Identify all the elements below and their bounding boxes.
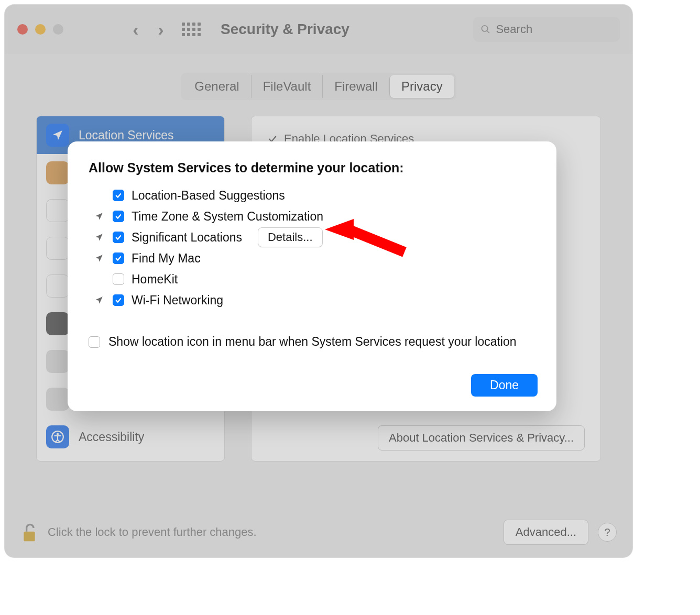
svg-rect-4 [24,532,35,542]
checkbox-find-my-mac[interactable] [113,252,124,264]
tab-filevault[interactable]: FileVault [251,75,323,98]
photos-icon [46,274,69,298]
traffic-lights [17,24,63,35]
microphone-icon [46,350,69,373]
lock-open-icon[interactable] [20,522,38,543]
contacts-icon [46,161,69,184]
service-row: Wi-Fi Networking [93,290,535,311]
service-row: Find My Mac [93,248,535,269]
show-icon-row: Show location icon in menu bar when Syst… [89,335,535,349]
tab-general[interactable]: General [183,75,250,98]
details-button[interactable]: Details... [258,227,323,247]
checkbox-homekit[interactable] [113,273,124,285]
checkbox-wifi-networking[interactable] [113,294,124,306]
recent-location-icon [93,212,105,221]
recent-location-icon [93,295,105,305]
service-row: Location-Based Suggestions [93,185,535,206]
svg-line-1 [487,30,489,33]
minimize-window-button[interactable] [35,24,46,35]
sidebar-item-accessibility[interactable]: Accessibility [37,418,224,456]
checkbox-time-zone[interactable] [113,211,124,222]
recent-location-icon [93,233,105,242]
service-row: HomeKit [93,269,535,290]
svg-point-3 [57,433,59,435]
sidebar-item-label: Accessibility [79,430,144,444]
service-label: Wi-Fi Networking [132,293,223,308]
lock-hint-text: Click the lock to prevent further change… [48,525,257,539]
speech-recognition-icon [46,388,69,411]
service-row: Significant Locations Details... [93,227,535,248]
tab-bar: General FileVault Firewall Privacy [5,73,632,100]
service-label: Find My Mac [132,251,201,266]
recent-location-icon [93,254,105,263]
tab-firewall[interactable]: Firewall [322,75,389,98]
checkbox-location-based-suggestions[interactable] [113,190,124,201]
advanced-button[interactable]: Advanced... [504,520,588,545]
window-footer: Click the lock to prevent further change… [20,520,617,545]
screen-recording-icon [46,312,69,335]
titlebar: ‹ › Security & Privacy [5,5,632,54]
checkbox-show-menu-bar-icon[interactable] [89,336,100,348]
search-field[interactable] [473,17,620,42]
search-icon [480,24,490,35]
service-label: HomeKit [132,272,178,287]
dialog-heading: Allow System Services to determine your … [89,160,535,175]
reminders-icon [46,237,69,260]
tab-group: General FileVault Firewall Privacy [181,73,456,100]
svg-point-0 [482,26,487,31]
location-arrow-icon [46,124,69,147]
help-button[interactable]: ? [598,523,617,542]
window-title: Security & Privacy [221,21,469,38]
search-input[interactable] [496,23,612,36]
forward-button[interactable]: › [150,19,171,40]
zoom-window-button[interactable] [53,24,63,35]
about-location-button[interactable]: About Location Services & Privacy... [378,425,585,451]
checkbox-significant-locations[interactable] [113,232,124,243]
system-services-dialog: Allow System Services to determine your … [68,141,556,411]
accessibility-icon [46,425,69,448]
sidebar-item-label: Location Services [79,128,174,142]
done-button[interactable]: Done [471,374,538,397]
back-button[interactable]: ‹ [125,19,146,40]
service-label: Significant Locations [132,230,242,245]
service-label: Location-Based Suggestions [132,189,285,203]
calendar-icon [46,199,69,222]
tab-privacy[interactable]: Privacy [389,75,454,98]
service-label: Time Zone & System Customization [132,210,323,224]
service-row: Time Zone & System Customization [93,206,535,227]
show-all-icon[interactable] [182,23,201,36]
close-window-button[interactable] [17,24,28,35]
show-icon-label: Show location icon in menu bar when Syst… [108,335,517,349]
